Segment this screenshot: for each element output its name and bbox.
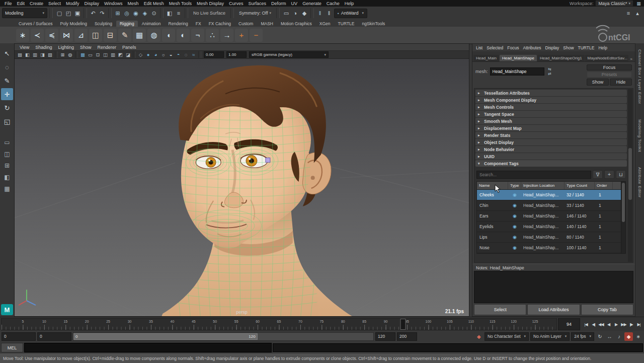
viewport-toolbar-icon[interactable] bbox=[198, 51, 201, 58]
menu-item[interactable]: Surfaces bbox=[246, 1, 269, 6]
textured-icon[interactable]: ◕ bbox=[152, 51, 159, 58]
shelf-tab[interactable]: FX Caching bbox=[205, 21, 234, 27]
wireframe-icon[interactable]: ◇ bbox=[137, 51, 144, 58]
animation-end-field[interactable] bbox=[397, 332, 417, 341]
shelf-tab[interactable]: Sculpting bbox=[91, 21, 116, 27]
node-tab[interactable]: Head_MainShapeOrig1 bbox=[537, 55, 585, 61]
status-icon[interactable] bbox=[310, 8, 314, 18]
shelf-tab[interactable]: Rendering bbox=[165, 21, 192, 27]
playback-clamp-icon[interactable]: ↔ bbox=[605, 332, 614, 341]
new-scene-icon[interactable]: ▢ bbox=[55, 9, 64, 18]
attribute-section-header[interactable]: ▸ Mesh Component Display bbox=[475, 97, 627, 103]
step-forward-frame-button[interactable]: ▶▶ bbox=[620, 319, 627, 329]
command-result-field[interactable] bbox=[273, 343, 643, 352]
expander-arrow-icon[interactable]: ▸ bbox=[478, 98, 482, 102]
sound-icon[interactable]: ♪ bbox=[615, 332, 623, 341]
parent-constraint-icon[interactable]: ¬ bbox=[191, 29, 204, 42]
workspace-settings-icon[interactable]: ▦ bbox=[635, 1, 642, 6]
operations-list-icon[interactable]: ≡ bbox=[174, 9, 183, 18]
remove-influence-icon[interactable]: − bbox=[250, 29, 263, 42]
current-frame-field[interactable] bbox=[558, 318, 580, 330]
bookmarks-icon[interactable]: ◨ bbox=[39, 51, 46, 58]
resolution-gate-icon[interactable]: ⊡ bbox=[94, 51, 102, 58]
shelf-tab[interactable]: ngSkinTools bbox=[359, 21, 389, 27]
mirror-joint-icon[interactable]: ⋈ bbox=[60, 29, 73, 42]
animation-preferences-icon[interactable]: ∗ bbox=[634, 332, 642, 341]
pin-node-icon[interactable]: ⇆ bbox=[546, 67, 553, 71]
symmetry-selector[interactable]: Symmetry: Off ▾ bbox=[236, 11, 274, 16]
playback-range-handle[interactable]: 0 120 bbox=[73, 333, 258, 340]
shelf-tab[interactable]: FX bbox=[192, 21, 205, 27]
character-set-selector[interactable]: No Character Set ▾ bbox=[485, 332, 529, 341]
menu-item[interactable]: UV bbox=[289, 1, 300, 6]
delete-tag-icon[interactable]: ⊔ bbox=[616, 170, 626, 179]
persp-outliner-layout-icon[interactable]: ◧ bbox=[1, 172, 13, 182]
attribute-section-header[interactable]: ▸ Displacement Map bbox=[475, 125, 627, 131]
attribute-section-header[interactable]: ▾ Component Tags bbox=[475, 160, 627, 167]
menu-item[interactable]: Help bbox=[342, 1, 357, 6]
field-chart-icon[interactable]: ▥ bbox=[109, 51, 117, 58]
two-pane-layout-icon[interactable]: ◫ bbox=[1, 149, 13, 159]
attribute-editor-menu-item[interactable]: Show bbox=[561, 45, 576, 50]
Eyelids[interactable]: Eyelids ◉ Head_MainShap... 140 / 1140 1 bbox=[477, 222, 621, 232]
fps-selector[interactable]: 24 fps ▾ bbox=[571, 332, 594, 341]
open-scene-icon[interactable]: ◰ bbox=[64, 9, 73, 18]
exposure-field[interactable] bbox=[204, 51, 224, 58]
Ears[interactable]: Ears ◉ Head_MainShap... 146 / 1140 1 bbox=[477, 211, 621, 222]
shelf-tab[interactable]: TURTLE bbox=[335, 21, 358, 27]
single-pane-layout-icon[interactable]: ▭ bbox=[1, 137, 13, 148]
paint-skin-weights-icon[interactable]: ✎ bbox=[118, 29, 131, 42]
2d-pan-zoom-icon[interactable]: ⊞ bbox=[59, 51, 66, 58]
point-constraint-icon[interactable]: ∴ bbox=[206, 29, 219, 42]
menu-item[interactable]: Select bbox=[46, 1, 63, 6]
menu-item[interactable]: Windows bbox=[102, 1, 125, 6]
shelf-tab[interactable]: Motion Graphics bbox=[277, 21, 315, 27]
attribute-section-header[interactable]: ▸ Mesh Controls bbox=[475, 104, 627, 110]
attribute-editor-menu-item[interactable]: Help bbox=[596, 45, 609, 50]
safe-action-icon[interactable]: ◩ bbox=[117, 51, 124, 58]
status-icon[interactable] bbox=[84, 8, 87, 18]
command-language-button[interactable]: MEL bbox=[1, 343, 23, 352]
make-live-icon[interactable]: ⊙ bbox=[149, 9, 158, 18]
animation-start-field[interactable] bbox=[2, 332, 36, 341]
scale-tool[interactable]: ◱ bbox=[1, 115, 13, 127]
command-input[interactable] bbox=[24, 343, 272, 352]
image-plane-icon[interactable]: ▧ bbox=[46, 51, 54, 58]
move-tool[interactable]: ✛ bbox=[1, 88, 13, 100]
grid-icon[interactable]: ▩ bbox=[79, 51, 87, 58]
attribute-section-header[interactable]: ▸ Tessellation Attributes bbox=[475, 90, 627, 96]
expander-arrow-icon[interactable]: ▸ bbox=[478, 140, 482, 144]
viewport-menu-item[interactable]: Shading bbox=[32, 45, 55, 50]
table-column-header[interactable]: Injection Location bbox=[521, 182, 565, 189]
table-column-header[interactable]: Type bbox=[508, 182, 521, 189]
orient-joint-icon[interactable]: ⊿ bbox=[74, 29, 88, 42]
renderer-checkbox-icon[interactable]: ▪ bbox=[338, 11, 339, 16]
aim-constraint-icon[interactable]: → bbox=[220, 29, 233, 42]
menu-item[interactable]: Edit bbox=[15, 1, 28, 6]
shelf-tab[interactable]: Curves / Surfaces bbox=[15, 21, 56, 27]
shelf-tab[interactable]: MASH bbox=[257, 21, 277, 27]
range-end-label[interactable]: 120 bbox=[249, 334, 255, 339]
snap-to-curve-icon[interactable]: ◎ bbox=[122, 9, 131, 18]
playback-end-field[interactable] bbox=[375, 332, 395, 341]
motion-blur-icon[interactable]: ◌ bbox=[182, 51, 190, 58]
panel-tab[interactable]: Attribute Editor bbox=[637, 167, 642, 198]
expander-arrow-icon[interactable]: ▸ bbox=[478, 112, 482, 116]
expander-arrow-icon[interactable]: ▸ bbox=[478, 126, 482, 130]
attribute-editor-menu-item[interactable]: Display bbox=[543, 45, 561, 50]
node-name-field[interactable] bbox=[490, 67, 544, 76]
Lips[interactable]: Lips ◉ Head_MainShap... 80 / 1140 1 bbox=[477, 232, 621, 243]
lasso-select-tool[interactable]: ◌ bbox=[1, 61, 13, 73]
viewport-menu-item[interactable]: Renderer bbox=[94, 45, 119, 50]
paint-select-tool[interactable]: ✎ bbox=[1, 75, 13, 87]
shelf-tab[interactable]: Custom bbox=[235, 21, 257, 27]
select-button[interactable]: Select bbox=[474, 304, 526, 315]
focus-button[interactable]: Focus bbox=[587, 64, 632, 70]
menu-item[interactable]: Modify bbox=[63, 1, 82, 6]
attribute-editor-menu-item[interactable]: Attributes bbox=[521, 45, 543, 50]
menu-item[interactable]: Generate bbox=[300, 1, 324, 6]
play-backwards-button[interactable]: ◀ bbox=[605, 319, 612, 329]
expander-arrow-icon[interactable]: ▸ bbox=[478, 119, 482, 123]
current-frame-marker[interactable] bbox=[400, 319, 406, 330]
shelf-tab[interactable]: Poly Modeling bbox=[57, 21, 91, 27]
